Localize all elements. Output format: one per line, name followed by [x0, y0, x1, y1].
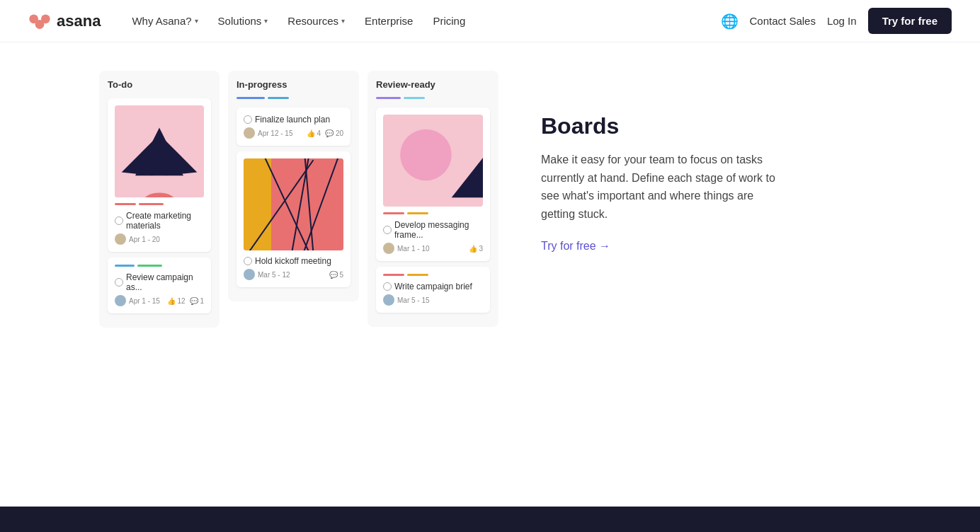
review-card-1-meta: Mar 1 - 10 👍 3: [383, 243, 483, 254]
todo-column-header: To-do: [108, 79, 211, 91]
svg-point-6: [400, 129, 452, 181]
nav-links: Why Asana? ▾ Solutions ▾ Resources ▾ Ent…: [123, 9, 720, 33]
todo-card-2-stats: 👍 12 💬 1: [167, 297, 204, 305]
footer-bar: [0, 507, 980, 532]
check-circle-icon: [115, 278, 123, 287]
inprogress-column: In-progress Finalize launch plan Apr 12 …: [228, 71, 359, 301]
review-card-1-image: [383, 115, 483, 207]
nav-enterprise[interactable]: Enterprise: [356, 9, 421, 33]
todo-card-1-meta: Apr 1 - 20: [115, 233, 204, 245]
todo-card-1-bars: [115, 203, 204, 205]
boards-title: Boards: [541, 113, 782, 139]
review-card-2-title: Write campaign brief: [383, 282, 483, 291]
check-circle-icon: [383, 282, 392, 291]
review-card-1-title: Develop messaging frame...: [383, 220, 483, 240]
avatar: [115, 295, 126, 306]
inprogress-card-2-stats: 💬 5: [329, 271, 343, 279]
avatar: [244, 269, 255, 280]
try-for-free-link[interactable]: Try for free →: [541, 240, 782, 253]
main-content: To-do: [0, 42, 980, 481]
check-circle-icon: [383, 226, 392, 234]
nav-right: 🌐 Contact Sales Log In Try for free: [721, 8, 952, 34]
todo-card-2-meta: Apr 1 - 15 👍 12 💬 1: [115, 295, 204, 306]
nav-pricing[interactable]: Pricing: [424, 9, 474, 33]
nav-solutions[interactable]: Solutions ▾: [210, 9, 277, 33]
todo-card-2[interactable]: Review campaign as... Apr 1 - 15 👍 12 💬 …: [108, 258, 211, 313]
review-card-2[interactable]: Write campaign brief Mar 5 - 15: [376, 267, 490, 313]
inprogress-card-2-date: Mar 5 - 12: [244, 269, 290, 280]
avatar: [115, 233, 126, 245]
review-card-1-stats: 👍 3: [469, 245, 483, 253]
review-card-1-bars: [383, 212, 483, 214]
avatar: [383, 243, 394, 254]
todo-card-1[interactable]: Create marketing materials Apr 1 - 20: [108, 98, 211, 252]
board-demo: To-do: [99, 71, 498, 328]
try-free-button[interactable]: Try for free: [868, 8, 952, 34]
inprogress-card-1-meta: Apr 12 - 15 👍 4 💬 20: [244, 127, 343, 139]
logo[interactable]: asana: [28, 10, 101, 33]
boards-description-text: Make it easy for your team to focus on t…: [541, 151, 782, 223]
svg-point-2: [41, 14, 50, 23]
chevron-down-icon: ▾: [264, 17, 268, 25]
review-column-header: Review-ready: [376, 79, 490, 90]
navigation: asana Why Asana? ▾ Solutions ▾ Resources…: [0, 0, 980, 42]
inprogress-card-2-image: [244, 158, 343, 250]
todo-card-1-image: [115, 105, 204, 197]
review-card-2-meta: Mar 5 - 15: [383, 294, 483, 306]
inprogress-column-header: In-progress: [237, 79, 351, 90]
inprogress-card-1-date: Apr 12 - 15: [244, 127, 292, 139]
check-circle-icon: [115, 216, 123, 225]
check-circle-icon: [244, 257, 252, 265]
avatar: [383, 294, 394, 306]
inprogress-card-2-meta: Mar 5 - 12 💬 5: [244, 269, 343, 280]
chevron-down-icon: ▾: [195, 17, 198, 25]
nav-resources[interactable]: Resources ▾: [279, 9, 353, 33]
inprogress-card-2-title: Hold kickoff meeting: [244, 256, 343, 266]
todo-column: To-do: [99, 71, 220, 328]
review-bars: [376, 97, 490, 99]
review-card-1-date: Mar 1 - 10: [383, 243, 430, 254]
review-card-1[interactable]: Develop messaging frame... Mar 1 - 10 👍 …: [376, 108, 490, 261]
todo-card-2-bars: [115, 265, 204, 267]
abstract-art: [244, 158, 343, 250]
review-card-2-date: Mar 5 - 15: [383, 294, 430, 306]
todo-card-2-title: Review campaign as...: [115, 272, 204, 292]
review-column: Review-ready: [368, 71, 498, 327]
todo-card-1-title: Create marketing materials: [115, 211, 204, 231]
inprogress-card-1-stats: 👍 4 💬 20: [307, 129, 343, 137]
todo-card-1-date: Apr 1 - 20: [115, 233, 160, 245]
svg-point-1: [29, 14, 38, 23]
chevron-down-icon: ▾: [341, 17, 345, 25]
review-card-2-bars: [383, 274, 483, 276]
inprogress-bars: [237, 97, 351, 99]
nav-why-asana[interactable]: Why Asana? ▾: [123, 9, 206, 33]
contact-sales-link[interactable]: Contact Sales: [750, 15, 816, 27]
inprogress-card-1[interactable]: Finalize launch plan Apr 12 - 15 👍 4 💬 2…: [237, 108, 351, 146]
avatar: [244, 127, 255, 139]
check-circle-icon: [244, 115, 252, 124]
boards-description: Boards Make it easy for your team to foc…: [541, 71, 782, 253]
inprogress-card-1-title: Finalize launch plan: [244, 115, 343, 125]
globe-icon[interactable]: 🌐: [721, 13, 739, 30]
todo-card-2-date: Apr 1 - 15: [115, 295, 160, 306]
inprogress-card-2[interactable]: Hold kickoff meeting Mar 5 - 12 💬 5: [237, 151, 351, 287]
logo-text: asana: [57, 12, 101, 30]
login-link[interactable]: Log In: [827, 15, 857, 27]
